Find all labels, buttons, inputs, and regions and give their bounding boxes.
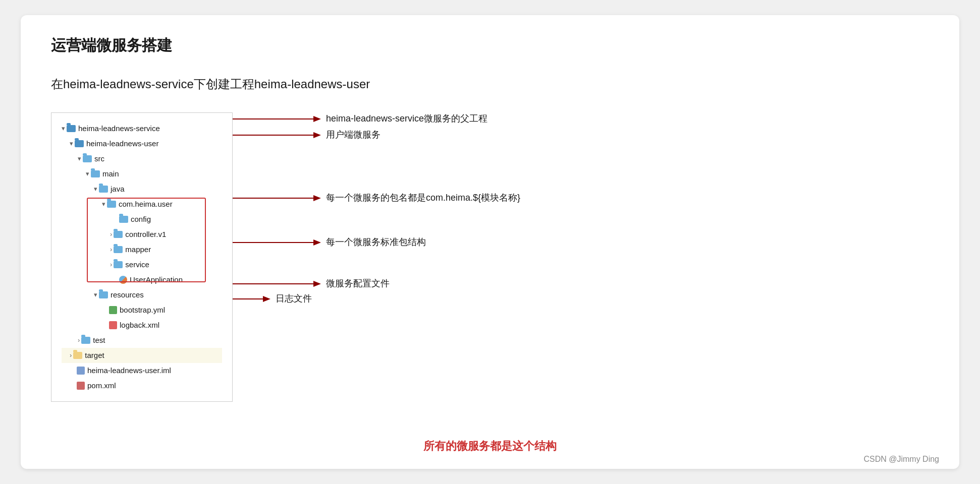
svg-marker-3: [313, 132, 321, 138]
expand-arrow: ›: [110, 258, 112, 271]
svg-marker-1: [313, 116, 321, 122]
page-subtitle: 在heima-leadnews-service下创建工程heima-leadne…: [51, 76, 929, 92]
folder-icon: [107, 201, 116, 208]
tree-label: java: [111, 182, 125, 197]
tree-label: heima-leadnews-user: [86, 136, 158, 151]
iml-icon: [77, 367, 85, 375]
tree-item-resources: ▾ resources: [62, 287, 222, 302]
tree-item-pom: pom.xml: [62, 378, 222, 393]
xml-icon: [109, 321, 117, 329]
tree-item-java: ▾ java: [62, 182, 222, 197]
bottom-note: 所有的微服务都是这个结构: [423, 439, 557, 454]
ann6-text: 日志文件: [276, 293, 312, 304]
tree-label: config: [131, 212, 151, 227]
tree-item-iml: heima-leadnews-user.iml: [62, 363, 222, 378]
tree-item-main: ▾ main: [62, 166, 222, 182]
java-app-icon: [119, 276, 127, 284]
tree-label: com.heima.user: [119, 197, 173, 212]
folder-icon: [91, 170, 100, 177]
tree-label: service: [125, 257, 149, 272]
tree-item-mapper: › mapper: [62, 242, 222, 257]
tree-item-service-pkg: › service: [62, 257, 222, 272]
tree-item-src: ▾ src: [62, 151, 222, 166]
svg-marker-7: [313, 239, 321, 246]
tree-label: heima-leadnews-service: [78, 121, 160, 136]
svg-marker-5: [313, 195, 321, 201]
tree-label: test: [93, 333, 105, 348]
tree-label: logback.xml: [120, 318, 159, 333]
tree-label: UserApplication: [130, 272, 183, 287]
expand-arrow: ›: [110, 243, 112, 256]
folder-icon: [99, 291, 108, 298]
tree-label: target: [85, 348, 104, 363]
expand-arrow: ▾: [94, 288, 97, 301]
expand-arrow: ›: [110, 228, 112, 241]
expand-arrow: ▾: [94, 183, 97, 196]
expand-arrow: ›: [70, 349, 72, 362]
tree-label: main: [102, 166, 119, 182]
folder-icon: [114, 246, 123, 253]
tree-label: heima-leadnews-user.iml: [87, 363, 171, 378]
tree-item-service: ▾ heima-leadnews-service: [62, 121, 222, 136]
tree-item-target: › target: [62, 348, 222, 363]
folder-icon: [119, 216, 128, 223]
tree-label: resources: [111, 287, 144, 302]
expand-arrow: ▾: [62, 122, 65, 135]
expand-arrow: ›: [78, 334, 80, 347]
ann4-text: 每一个微服务标准包结构: [326, 237, 426, 247]
tree-item-test: › test: [62, 333, 222, 348]
ann5-text: 微服务配置文件: [326, 278, 390, 288]
connector-svg: heima-leadnews-service微服务的父工程 用户端微服务 每一个…: [233, 112, 939, 354]
svg-marker-11: [263, 296, 270, 302]
folder-icon: [114, 261, 123, 268]
tree-item-bootstrap: bootstrap.yml: [62, 302, 222, 318]
tree-item-user-app: UserApplication: [62, 272, 222, 287]
tree-label: bootstrap.yml: [120, 302, 165, 318]
tree-item-com-heima-user: ▾ com.heima.user: [62, 197, 222, 212]
folder-icon: [73, 352, 82, 359]
ann3-text: 每一个微服务的包名都是com.heima.${模块名称}: [326, 193, 520, 203]
watermark: CSDN @Jimmy Ding: [863, 455, 939, 464]
folder-icon: [81, 337, 90, 344]
tree-item-logback: logback.xml: [62, 318, 222, 333]
page-title: 运营端微服务搭建: [51, 35, 929, 56]
tree-label: pom.xml: [87, 378, 116, 393]
tree-item-user: ▾ heima-leadnews-user: [62, 136, 222, 151]
svg-marker-9: [313, 281, 321, 287]
tree-label: src: [94, 151, 104, 166]
folder-icon: [75, 140, 84, 147]
expand-arrow: ▾: [102, 198, 105, 211]
tree-item-controller: › controller.v1: [62, 227, 222, 242]
expand-arrow: ▾: [86, 167, 89, 180]
yml-icon: [109, 306, 117, 314]
folder-icon: [114, 231, 123, 238]
main-card: 运营端微服务搭建 在heima-leadnews-service下创建工程hei…: [21, 15, 959, 469]
tree-item-config: config: [62, 212, 222, 227]
file-tree: ▾ heima-leadnews-service ▾ heima-leadnew…: [51, 112, 233, 402]
folder-icon: [99, 186, 108, 193]
expand-arrow: ▾: [70, 137, 73, 150]
ann2-text: 用户端微服务: [326, 130, 380, 140]
folder-icon: [67, 125, 76, 132]
folder-icon: [83, 155, 92, 162]
ann1-text: heima-leadnews-service微服务的父工程: [326, 113, 487, 124]
diagram-area: ▾ heima-leadnews-service ▾ heima-leadnew…: [51, 112, 929, 402]
pom-icon: [77, 382, 85, 390]
tree-label: mapper: [125, 242, 151, 257]
expand-arrow: ▾: [78, 152, 81, 165]
tree-label: controller.v1: [125, 227, 166, 242]
